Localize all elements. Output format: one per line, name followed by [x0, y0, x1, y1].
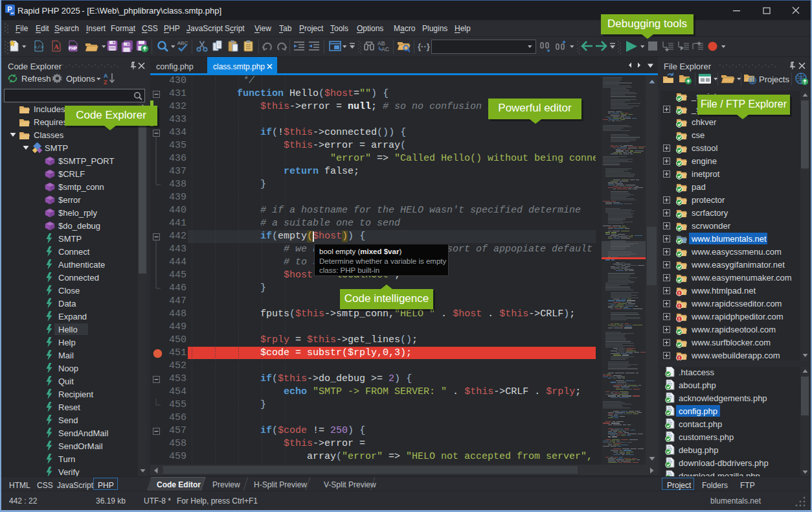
svg-text:AC: AC — [381, 46, 389, 52]
svg-text:!: ! — [679, 317, 680, 321]
svg-text:A: A — [104, 73, 108, 79]
svg-text:P: P — [7, 5, 12, 13]
svg-text:A: A — [54, 43, 59, 51]
svg-text:!: ! — [679, 291, 680, 296]
svg-text:!: ! — [679, 356, 680, 360]
svg-text:</>: </> — [34, 44, 44, 50]
svg-text:PHP: PHP — [69, 46, 78, 51]
svg-text:Z: Z — [104, 79, 107, 85]
svg-text:!: ! — [679, 304, 680, 308]
